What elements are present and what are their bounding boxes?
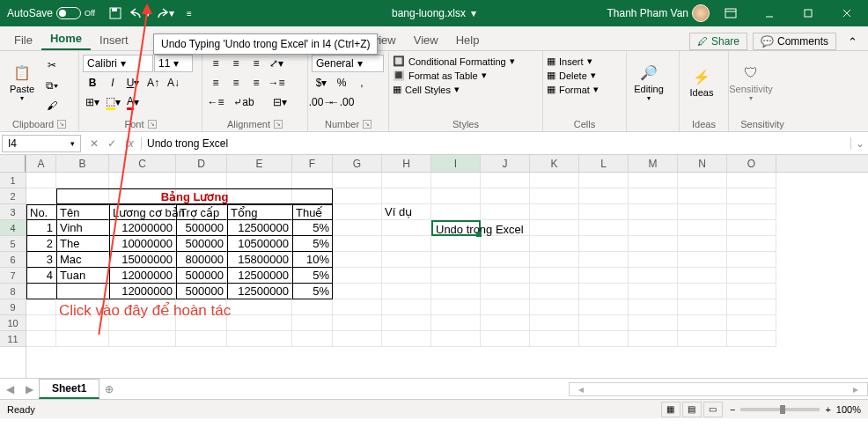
cell[interactable]: 5% (292, 220, 333, 236)
horizontal-scrollbar[interactable]: ◂▸ (569, 382, 868, 396)
cell[interactable] (481, 331, 530, 347)
cell[interactable] (530, 299, 579, 315)
cell[interactable] (333, 252, 382, 268)
insert-cells-button[interactable]: ▦Insert▾ (547, 55, 592, 67)
ideas-button[interactable]: ⚡Ideas (683, 53, 720, 111)
cell[interactable] (382, 173, 431, 188)
clipboard-launcher-icon[interactable]: ↘ (57, 120, 66, 129)
comma-icon[interactable]: , (352, 74, 371, 92)
cell[interactable] (530, 331, 579, 347)
maximize-button[interactable] (791, 0, 826, 26)
align-top-icon[interactable]: ≡ (206, 55, 225, 72)
cell[interactable] (481, 188, 530, 204)
fill-color-icon[interactable]: ⬚▾ (103, 93, 122, 111)
cell[interactable] (382, 236, 431, 252)
cell[interactable] (227, 331, 292, 347)
borders-icon[interactable]: ⊞▾ (83, 93, 102, 111)
format-cells-button[interactable]: ▦Format▾ (547, 84, 599, 95)
cell[interactable]: 500000 (176, 268, 227, 284)
cell[interactable]: No. (26, 204, 56, 220)
cell[interactable] (579, 204, 629, 220)
cell[interactable]: 10000000 (109, 236, 176, 252)
cell[interactable] (579, 299, 629, 315)
delete-cells-button[interactable]: ▦Delete▾ (547, 70, 596, 81)
comments-button[interactable]: 💬 Comments (753, 33, 836, 50)
column-header[interactable]: K (530, 155, 579, 172)
column-header[interactable]: G (333, 155, 382, 172)
tab-insert[interactable]: Insert (91, 30, 129, 50)
cell[interactable]: 5% (292, 268, 333, 284)
zoom-level[interactable]: 100% (836, 404, 861, 415)
cell[interactable] (530, 252, 579, 268)
cell[interactable] (530, 236, 579, 252)
cell[interactable] (579, 220, 629, 236)
cell[interactable] (481, 236, 530, 252)
new-sheet-icon[interactable]: ⊕ (99, 383, 119, 395)
decrease-font-icon[interactable]: A↓ (164, 74, 183, 92)
cell[interactable] (629, 284, 678, 299)
cell[interactable] (727, 268, 776, 284)
paste-button[interactable]: 📋Paste▾ (4, 53, 40, 111)
italic-button[interactable]: I (103, 74, 122, 92)
tab-home[interactable]: Home (41, 28, 91, 50)
dec-decimal-icon[interactable]: ←.00 (332, 93, 351, 111)
cell[interactable]: 12500000 (227, 284, 292, 299)
next-sheet-icon[interactable]: ▶ (19, 383, 39, 395)
cell[interactable] (431, 252, 481, 268)
cell[interactable]: 10% (292, 252, 333, 268)
wrap-text-icon[interactable]: ⤶ab (226, 93, 261, 111)
cut-icon[interactable]: ✂ (42, 56, 62, 74)
cell[interactable] (678, 188, 727, 204)
cell[interactable] (727, 188, 776, 204)
share-button[interactable]: 🖊 Share (689, 33, 747, 50)
prev-sheet-icon[interactable]: ◀ (0, 383, 19, 395)
cell[interactable] (431, 236, 481, 252)
collapse-ribbon-icon[interactable]: ⌃ (842, 35, 863, 48)
cell[interactable] (227, 173, 292, 188)
cell[interactable] (579, 173, 629, 188)
cell[interactable] (292, 331, 333, 347)
cell[interactable] (629, 173, 678, 188)
cell[interactable] (629, 220, 678, 236)
cell[interactable] (727, 284, 776, 299)
align-left-icon[interactable]: ≡ (206, 74, 225, 92)
percent-icon[interactable]: % (332, 74, 351, 92)
spreadsheet-grid[interactable]: 1234567891011 ABCDEFGHIJKLMNO Bảng Lương… (0, 155, 868, 378)
cell[interactable]: 12000000 (109, 284, 176, 299)
cell[interactable]: The (56, 236, 109, 252)
number-format-combo[interactable]: General▾ (312, 55, 384, 72)
cell[interactable] (333, 236, 382, 252)
cell[interactable] (530, 188, 579, 204)
cell[interactable]: 12000000 (109, 268, 176, 284)
cell-styles-button[interactable]: ▦Cell Styles▾ (393, 84, 460, 95)
cell[interactable]: Ví dụ (382, 204, 431, 220)
cell[interactable] (333, 331, 382, 347)
cell[interactable] (56, 173, 109, 188)
row-header[interactable]: 10 (0, 315, 26, 331)
indent-icon[interactable]: →≡ (267, 74, 286, 92)
cell[interactable] (382, 188, 431, 204)
number-launcher-icon[interactable]: ↘ (363, 120, 371, 129)
cell[interactable] (629, 315, 678, 331)
cell[interactable] (56, 331, 109, 347)
normal-view-icon[interactable]: ▦ (661, 402, 680, 417)
merge-icon[interactable]: ⊟▾ (262, 93, 298, 111)
minimize-button[interactable] (752, 0, 787, 26)
cell[interactable]: 10500000 (227, 236, 292, 252)
name-box[interactable]: I4▾ (2, 135, 81, 152)
qat-customize-icon[interactable]: ≡ (178, 2, 201, 25)
cell[interactable] (431, 315, 481, 331)
font-launcher-icon[interactable]: ↘ (148, 120, 157, 129)
cell[interactable] (292, 173, 333, 188)
column-header[interactable]: H (382, 155, 431, 172)
cell[interactable] (26, 173, 56, 188)
cell[interactable] (678, 220, 727, 236)
cell[interactable] (333, 315, 382, 331)
row-header[interactable]: 5 (0, 236, 26, 252)
cell[interactable] (333, 284, 382, 299)
cell[interactable]: 500000 (176, 284, 227, 299)
row-header[interactable]: 3 (0, 204, 26, 220)
cell[interactable] (431, 331, 481, 347)
saved-indicator-icon[interactable]: ▾ (471, 7, 476, 19)
cell[interactable]: Trợ cấp (176, 204, 227, 220)
